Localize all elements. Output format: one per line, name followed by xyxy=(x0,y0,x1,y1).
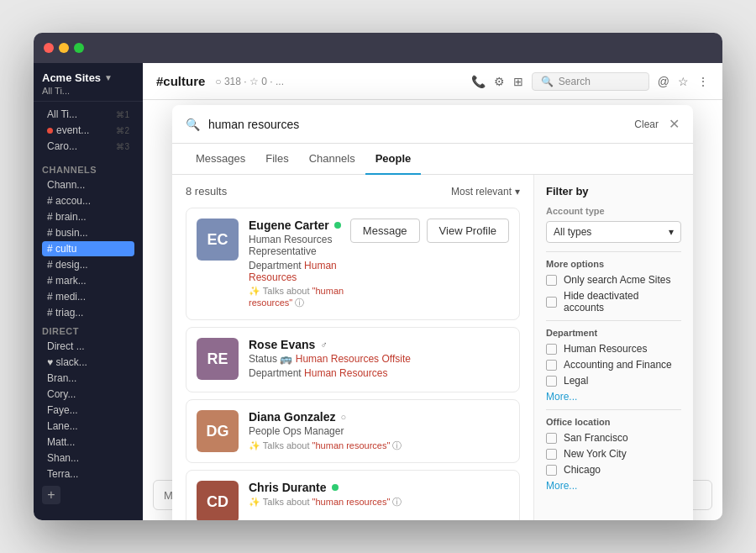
sidebar-item-triag[interactable]: # triag... xyxy=(42,305,134,320)
filter-dept-hr-label: Human Resources xyxy=(564,343,647,355)
sidebar-item-busin[interactable]: # busin... xyxy=(42,225,134,240)
person-name-eugene: Eugene Carter xyxy=(249,219,329,232)
person-name-chris: Chris Durante xyxy=(249,481,327,494)
search-input[interactable] xyxy=(208,118,634,131)
person-name-row-eugene: Eugene Carter xyxy=(249,219,350,232)
sidebar: Acme Sites ▼ All Ti... All Ti... ⌘1 even… xyxy=(34,63,143,520)
person-name-row-diana: Diana Gonzalez ○ xyxy=(249,410,509,424)
filter-office-nyc-checkbox[interactable] xyxy=(546,449,557,460)
sidebar-item-matt[interactable]: Matt... xyxy=(42,434,134,450)
person-title-eugene: Human Resources Representative xyxy=(249,234,350,257)
person-info-eugene: Eugene Carter Human Resources Representa… xyxy=(249,219,350,309)
maximize-button[interactable] xyxy=(74,43,84,53)
add-button[interactable]: + xyxy=(42,486,60,504)
avatar-rose: RE xyxy=(197,338,239,380)
sidebar-item-accou[interactable]: # accou... xyxy=(42,193,134,208)
filter-dept-legal-checkbox[interactable] xyxy=(546,376,557,387)
workspace-name[interactable]: Acme Sites ▼ xyxy=(42,71,134,84)
sidebar-header: Acme Sites ▼ All Ti... xyxy=(34,63,143,102)
sidebar-item-desig[interactable]: # desig... xyxy=(42,257,134,272)
sidebar-item-allti[interactable]: All Ti... ⌘1 xyxy=(42,107,134,122)
search-clear-button[interactable]: Clear xyxy=(634,118,659,130)
profile-button-eugene[interactable]: View Profile xyxy=(427,219,509,243)
filter-office-sf-checkbox[interactable] xyxy=(546,433,557,444)
filter-office-chicago-checkbox[interactable] xyxy=(546,465,557,476)
person-name-rose: Rose Evans xyxy=(249,338,315,351)
person-card-rose: RE Rose Evans ♂ Status 🚌 xyxy=(186,327,520,392)
filter-only-search-label: Only search Acme Sites xyxy=(564,274,670,286)
person-card-diana: DG Diana Gonzalez ○ People Ops Manager xyxy=(186,399,520,463)
sidebar-item-faye[interactable]: Faye... xyxy=(42,403,134,418)
message-button-eugene[interactable]: Message xyxy=(350,219,420,243)
sidebar-item-direct[interactable]: Direct ... xyxy=(42,339,134,354)
online-indicator-chris xyxy=(332,484,339,491)
sidebar-item-bran[interactable]: Bran... xyxy=(42,371,134,386)
filter-hide-deactivated-label: Hide deactivated accounts xyxy=(564,290,681,313)
person-info-chris: Chris Durante ✨ Talks about "human resou… xyxy=(249,481,509,508)
filter-dept-hr: Human Resources xyxy=(546,343,681,355)
sidebar-item-brain[interactable]: # brain... xyxy=(42,209,134,224)
person-name-diana: Diana Gonzalez xyxy=(249,410,335,424)
tab-people[interactable]: People xyxy=(365,144,422,175)
filter-office-sf-label: San Francisco xyxy=(564,432,628,444)
filter-dept-more[interactable]: More... xyxy=(546,391,681,403)
filter-dept-af: Accounting and Finance xyxy=(546,359,681,371)
results-header: 8 results Most relevant ▾ xyxy=(186,185,520,198)
direct-label: Direct xyxy=(42,326,134,336)
search-body: 8 results Most relevant ▾ EC xyxy=(172,175,693,520)
sidebar-item-slack[interactable]: ♥ slack... xyxy=(42,355,134,370)
minimize-button[interactable] xyxy=(59,43,69,53)
filter-account-type-label: Account type xyxy=(546,206,681,216)
filter-dept-hr-checkbox[interactable] xyxy=(546,344,557,355)
person-status-rose: Status 🚌 Human Resources Offsite xyxy=(249,353,509,365)
sidebar-item-terra[interactable]: Terra... xyxy=(42,466,134,482)
sidebar-item-cory[interactable]: Cory... xyxy=(42,387,134,402)
filter-dept-legal: Legal xyxy=(546,375,681,387)
filter-divider-3 xyxy=(546,409,681,410)
filter-office-chicago: Chicago xyxy=(546,464,681,476)
search-close-button[interactable]: ✕ xyxy=(669,116,680,132)
workspace-chevron: ▼ xyxy=(104,73,113,82)
person-dept-rose: Department Human Resources xyxy=(249,367,509,379)
filter-account-type-select[interactable]: All types ▾ xyxy=(546,221,681,243)
filter-hide-deactivated-checkbox[interactable] xyxy=(546,297,557,308)
sidebar-item-medi[interactable]: # medi... xyxy=(42,289,134,304)
sidebar-nav-section: All Ti... ⌘1 event... ⌘2 Caro... ⌘3 xyxy=(34,102,143,160)
search-tabs: Messages Files Channels People xyxy=(172,144,693,175)
search-modal: 🔍 Clear ✕ Messages Files Channels People xyxy=(172,105,693,520)
tab-channels[interactable]: Channels xyxy=(299,144,365,175)
sidebar-item-cultu[interactable]: # cultu xyxy=(42,241,134,256)
results-pane: 8 results Most relevant ▾ EC xyxy=(172,175,533,520)
results-count: 8 results xyxy=(186,185,227,198)
sidebar-item-event[interactable]: event... ⌘2 xyxy=(42,123,134,138)
sort-dropdown[interactable]: Most relevant ▾ xyxy=(451,186,520,198)
filter-office-more[interactable]: More... xyxy=(546,480,681,492)
filter-office-nyc: New York City xyxy=(546,448,681,460)
person-card-eugene: EC Eugene Carter Human Resources Represe… xyxy=(186,208,520,320)
gender-icon-rose: ♂ xyxy=(320,340,327,350)
sidebar-item-channels[interactable]: Chann... xyxy=(42,177,134,192)
online-indicator-eugene xyxy=(334,222,341,229)
person-actions-eugene: Message View Profile xyxy=(350,219,509,243)
search-icon-modal: 🔍 xyxy=(186,118,200,131)
sidebar-item-caro[interactable]: Caro... ⌘3 xyxy=(42,139,134,154)
filter-dept-label: Department xyxy=(546,328,681,338)
tab-messages[interactable]: Messages xyxy=(186,144,255,175)
person-info-diana: Diana Gonzalez ○ People Ops Manager ✨ Ta… xyxy=(249,410,509,452)
sidebar-item-mark[interactable]: # mark... xyxy=(42,273,134,288)
close-button[interactable] xyxy=(44,43,54,53)
dept-link-rose[interactable]: Human Resources xyxy=(304,367,387,379)
tab-files[interactable]: Files xyxy=(255,144,298,175)
filter-office-label: Office location xyxy=(546,417,681,427)
person-info-rose: Rose Evans ♂ Status 🚌 Human Resources Of… xyxy=(249,338,509,382)
person-talks-eugene: ✨ Talks about "human resources" ⓘ xyxy=(249,286,350,309)
filter-dept-legal-label: Legal xyxy=(564,375,588,387)
filter-only-search-checkbox[interactable] xyxy=(546,275,557,286)
sidebar-item-lane[interactable]: Lane... xyxy=(42,419,134,434)
filter-office-chicago-label: Chicago xyxy=(564,464,601,476)
filter-dept-af-label: Accounting and Finance xyxy=(564,359,672,371)
filter-only-search: Only search Acme Sites xyxy=(546,274,681,286)
filter-dept-af-checkbox[interactable] xyxy=(546,360,557,371)
sidebar-item-shan[interactable]: Shan... xyxy=(42,450,134,466)
traffic-lights xyxy=(44,43,84,53)
